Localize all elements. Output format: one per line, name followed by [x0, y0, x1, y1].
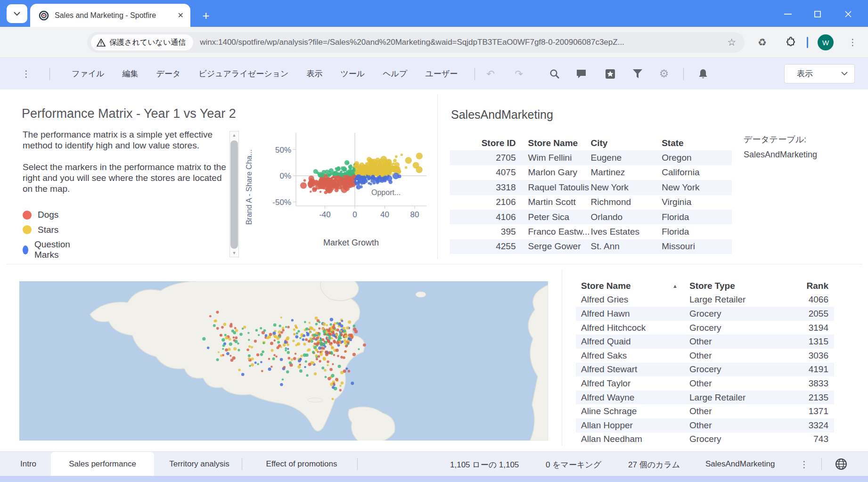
- search-icon[interactable]: [547, 66, 563, 82]
- menu-item-help[interactable]: ヘルプ: [383, 68, 407, 79]
- security-chip[interactable]: 保護されていない通信: [91, 34, 193, 50]
- menu-item-tools[interactable]: ツール: [340, 68, 365, 79]
- menu-item-file[interactable]: ファイル: [72, 68, 105, 79]
- table-row[interactable]: 3318Raquel TatoulisNew YorkNew York: [450, 180, 732, 195]
- scroll-up-icon[interactable]: ▲: [230, 133, 238, 138]
- tab-close-icon[interactable]: ✕: [178, 11, 184, 20]
- browser-tab[interactable]: Sales and Marketing - Spotfire ✕: [30, 4, 190, 27]
- table-row[interactable]: Alfred StewartGrocery4191: [576, 363, 834, 377]
- new-tab-button[interactable]: +: [198, 8, 214, 24]
- legend-item[interactable]: Stars: [23, 225, 58, 235]
- table-row[interactable]: Allan NeedhamGrocery743: [576, 433, 834, 445]
- store-rank-table[interactable]: Store Name▲Store TypeRankAlfred GriesLar…: [576, 279, 834, 445]
- undo-icon[interactable]: ↶: [483, 66, 499, 82]
- page-tab-territory-analysis[interactable]: Territory analysis: [160, 452, 238, 476]
- legend-item[interactable]: Dogs: [23, 210, 58, 220]
- window-maximize-button[interactable]: [808, 6, 827, 23]
- statusbar-more-icon[interactable]: ⋮: [800, 459, 809, 470]
- tab-search-button[interactable]: [7, 4, 27, 23]
- column-header[interactable]: Store Name: [516, 138, 591, 148]
- table-cell: 3036: [774, 351, 834, 361]
- profile-avatar[interactable]: W: [818, 34, 834, 50]
- address-bar[interactable]: 保護されていない通信 winx:1400/spotfire/wp/analysi…: [87, 32, 745, 53]
- table-row[interactable]: 4075Marlon GaryMartinezCalifornia: [450, 165, 732, 180]
- svg-text:80: 80: [410, 210, 419, 219]
- table-cell: 4075: [450, 167, 516, 178]
- redo-icon[interactable]: ↷: [511, 66, 527, 82]
- row-count-status: 1,105 ローの 1,105: [450, 459, 519, 470]
- table-cell: Alfred Wayne: [576, 392, 684, 403]
- statusbar-separator: [242, 458, 242, 470]
- view-dropdown[interactable]: 表示: [784, 64, 855, 83]
- view-dropdown-label: 表示: [797, 68, 813, 79]
- column-header[interactable]: Store Type: [684, 281, 774, 291]
- performance-matrix-scatter[interactable]: 50%0%-50% -4004080 Opport...: [264, 123, 438, 237]
- filter-icon[interactable]: [630, 66, 646, 82]
- url-text[interactable]: winx:1400/spotfire/wp/analysis?file=/Sal…: [200, 38, 727, 47]
- menu-item-data[interactable]: データ: [156, 68, 181, 79]
- table-row[interactable]: Alfred QuaidOther1315: [576, 335, 834, 349]
- globe-icon[interactable]: [835, 458, 847, 470]
- spotfire-more-icon[interactable]: ⋮: [22, 68, 31, 79]
- menubar-separator: [683, 68, 684, 80]
- gear-icon[interactable]: ⚙: [656, 66, 672, 82]
- page-tab-effect-of-promotions[interactable]: Effect of promotions: [254, 452, 349, 476]
- page-tab-sales-performance[interactable]: Sales performance: [51, 452, 154, 476]
- scroll-down-icon[interactable]: ▼: [230, 251, 238, 255]
- menu-item-edit[interactable]: 編集: [123, 68, 139, 79]
- table-row[interactable]: 4255Serge GowerSt. AnnMissouri: [450, 239, 732, 254]
- page-tab-intro[interactable]: Intro: [8, 452, 48, 476]
- sales-and-marketing-table[interactable]: Store IDStore NameCityState2705Wim Felli…: [450, 136, 732, 254]
- column-header[interactable]: City: [591, 138, 662, 148]
- text-panel-scrollbar[interactable]: ▲ ▼: [229, 131, 239, 257]
- window-minimize-button[interactable]: [778, 6, 797, 23]
- table-cell: 2705: [450, 153, 516, 163]
- table-cell: Large Retailer: [684, 392, 774, 403]
- table-row[interactable]: Aline SchrageOther1371: [576, 404, 834, 418]
- legend-item[interactable]: Question Marks: [23, 239, 74, 260]
- table-row[interactable]: Alfred SaksOther3036: [576, 349, 834, 363]
- column-header-label: Store Name: [581, 281, 631, 291]
- table-row[interactable]: 2106Martin ScottRichmondVirginia: [450, 195, 732, 210]
- column-header[interactable]: State: [662, 138, 732, 148]
- table-cell: Eugene: [591, 153, 662, 163]
- browser-menu-icon[interactable]: ⋮: [848, 37, 857, 48]
- table-cell: Alfred Taylor: [576, 378, 684, 389]
- scrollbar-thumb[interactable]: [230, 140, 238, 249]
- table-cell: Large Retailer: [684, 294, 774, 305]
- table-row[interactable]: Alfred TaylorOther3833: [576, 376, 834, 391]
- table-cell: Grocery: [684, 364, 774, 375]
- table-cell: Other: [684, 378, 774, 389]
- table-row[interactable]: Alfred HawnGrocery2055: [576, 307, 834, 321]
- table-row[interactable]: 2705Wim FelliniEugeneOregon: [450, 150, 732, 165]
- window-close-button[interactable]: [839, 6, 858, 23]
- svg-text:50%: 50%: [275, 146, 291, 155]
- column-header[interactable]: Rank: [774, 281, 834, 291]
- menu-item-view[interactable]: 表示: [306, 68, 322, 79]
- bookmark-star-icon[interactable]: ☆: [727, 37, 736, 48]
- table-row[interactable]: Alfred WayneLarge Retailer2135: [576, 391, 834, 405]
- description-text: The performance matrix is a simple yet e…: [23, 129, 232, 205]
- table-row[interactable]: Alfred GriesLarge Retailer4066: [576, 293, 834, 307]
- comment-icon[interactable]: [573, 66, 589, 82]
- bell-icon[interactable]: [695, 66, 711, 82]
- column-header[interactable]: Store ID: [450, 138, 516, 148]
- panel-divider: [7, 264, 862, 264]
- svg-text:-50%: -50%: [272, 198, 291, 207]
- datatable-value: SalesAndMarketing: [744, 150, 817, 160]
- extensions-puzzle-icon[interactable]: [785, 37, 796, 48]
- table-cell: Florida: [662, 212, 732, 222]
- bookmark-icon[interactable]: [602, 66, 618, 82]
- menu-item-user[interactable]: ユーザー: [425, 68, 458, 79]
- adblock-extension-icon[interactable]: ♻: [758, 37, 767, 48]
- column-header[interactable]: Store Name▲: [576, 281, 684, 291]
- table-row[interactable]: Allan HopperOther3324: [576, 418, 834, 433]
- table-row[interactable]: Alfred HitchcockGrocery3194: [576, 321, 834, 335]
- table-row[interactable]: 4106Peter SicaOrlandoFlorida: [450, 210, 732, 224]
- table-row[interactable]: 395Franco Eastw...Ives EstatesFlorida: [450, 224, 732, 239]
- store-map[interactable]: + − ©: [19, 281, 548, 441]
- table-cell: 3318: [450, 182, 516, 193]
- table-cell: 1315: [774, 336, 834, 347]
- menu-item-visualization[interactable]: ビジュアライゼーション: [198, 68, 288, 79]
- table-cell: Raquel Tatoulis: [516, 182, 591, 193]
